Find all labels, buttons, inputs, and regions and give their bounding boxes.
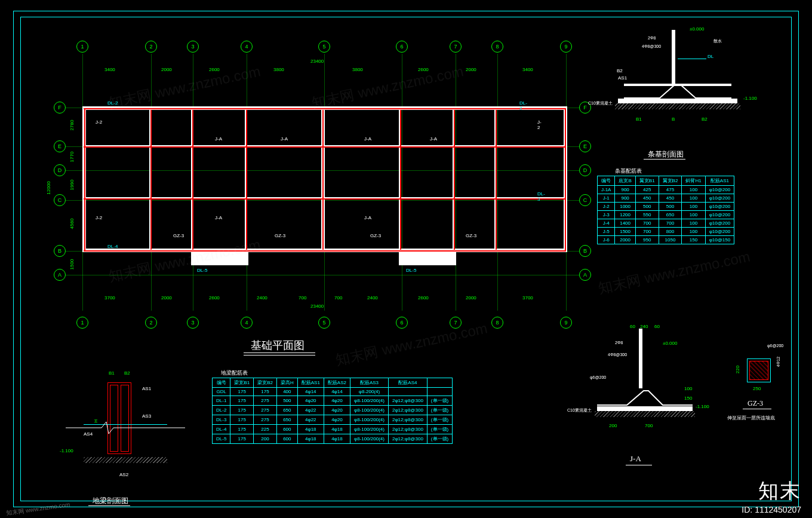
as1-label: AS1: [618, 75, 627, 81]
ja-200: 200: [609, 423, 617, 428]
grid-col-2-b: 2: [145, 317, 157, 329]
col-header: 翼宽B2: [659, 176, 682, 186]
ja-1: J-A: [215, 136, 222, 142]
ja-2: J-A: [281, 136, 288, 142]
j2-l: J-2: [96, 119, 102, 125]
gz-4phi12: 4Φ12: [776, 357, 780, 367]
grid-row-b-l: B: [54, 245, 66, 257]
col-header: 配筋AS2: [324, 378, 350, 388]
gz3-title: GZ-3: [748, 399, 763, 408]
dl4-label: DL-5: [197, 268, 207, 273]
ground-beam-section: B1 B2 AS1 AS3 AS4 AS2 -1.100 H: [48, 364, 203, 496]
ja-phi6: φ6@200: [590, 375, 606, 379]
table-row: J-1900450450100φ10@200: [598, 194, 734, 203]
as2-bm: AS2: [119, 472, 128, 477]
grid-col-1-b: 1: [76, 317, 88, 329]
col-header: 配筋AS1: [297, 378, 324, 388]
gz3-detail: φ6@200 4Φ12 250 220: [731, 347, 797, 418]
grid-col-6-b: 6: [396, 317, 408, 329]
grid-row-d-l: D: [54, 164, 66, 176]
dim-xb4: 2400: [257, 295, 267, 301]
dl1-label: DL-2: [107, 100, 118, 106]
ja-60r: 60: [654, 324, 660, 329]
dl-leader: DL: [708, 54, 713, 59]
col-header: 配筋AS4: [388, 378, 427, 388]
strip-sec-title: 条基剖面图: [648, 149, 684, 160]
dim-x7: 2000: [466, 67, 476, 72]
gz-250: 250: [753, 386, 761, 391]
dim-xb1: 3700: [104, 295, 115, 301]
ja-48: 4Φ8@300: [608, 353, 627, 357]
as1-bm: AS1: [142, 386, 151, 391]
gz3-note: 伸至屋面一层所连墙底: [727, 415, 775, 421]
ja-150: 150: [684, 396, 692, 401]
table-row: DL-31752756504φ224φ20φ8-100/200(4)2φ12;φ…: [213, 415, 453, 425]
dim-x2: 2000: [161, 67, 172, 72]
dl2-label: DL-3: [537, 191, 545, 202]
col-header: 梁宽B1: [230, 378, 254, 388]
dim-x4: 3800: [273, 67, 284, 72]
table-row: DL-41752256004φ184φ18φ8-100/200(4)2φ12;φ…: [213, 425, 453, 434]
strip-table-title: 条基配筋表: [615, 167, 642, 175]
grid-col-2: 2: [145, 41, 157, 53]
j2-l2: J-2: [96, 215, 102, 220]
dim-overall-x: 23400: [310, 59, 324, 64]
foundation-plan: [60,175,245,335,465,595,685,755,870] 1 2…: [36, 36, 513, 329]
grid-col-3: 3: [187, 41, 199, 53]
phi6: B2: [617, 68, 623, 73]
ja-100: 100: [684, 386, 692, 391]
col-header: [427, 378, 452, 388]
brand-name: 知末: [742, 477, 801, 505]
as4-bm: AS4: [84, 431, 93, 437]
beam-sec-title: 地梁剖面图: [93, 496, 128, 506]
ja-3: J-A: [364, 136, 371, 142]
j2-r: J-2: [537, 119, 542, 130]
dim-xb8: 2600: [418, 295, 429, 301]
grid-row-a-l: A: [54, 269, 66, 281]
grid-row-b-r: B: [579, 245, 591, 257]
grid-col-5: 5: [318, 41, 330, 53]
col-header: 斜臂H1: [682, 176, 705, 186]
table-row: J-31200550650100φ10@200: [598, 211, 734, 219]
ja-60l: 60: [630, 324, 635, 329]
grid-col-5-b: 5: [318, 317, 330, 329]
ground-beam-table: 编号梁宽B1梁宽B2梁高H配筋AS1配筋AS2配筋AS3配筋AS4GDL1751…: [212, 378, 453, 444]
table-row: GDL1751754004φ144φ14φ8-200(4): [213, 388, 453, 396]
grid-col-3-b: 3: [187, 317, 199, 329]
col-header: 梁高H: [276, 378, 297, 388]
elev-0: ±0.000: [690, 26, 704, 32]
strip-footing-section: DL AS1 B2 ±0.000 -1.100 C10素混凝土 B1 B B2 …: [588, 30, 767, 149]
dl1-label-r: DL-2: [519, 100, 527, 111]
grid-row-a-r: A: [579, 269, 591, 281]
dl3-label: DL-4: [107, 244, 118, 249]
ja-700: 700: [645, 423, 653, 428]
dim-x8: 3400: [522, 67, 533, 72]
col-header: 翼宽B1: [635, 176, 659, 186]
b1: B1: [636, 117, 642, 122]
gz3-p3: GZ-3: [370, 233, 381, 238]
brand-block: 知末 ID: 1112450207: [742, 477, 801, 514]
beam-table-title: 地梁配筋表: [221, 369, 248, 377]
grid-col-9-b: 9: [560, 317, 572, 329]
col-header: 梁宽B2: [254, 378, 277, 388]
c10: C10素混凝土: [588, 100, 613, 106]
elev-bm: -1.100: [60, 448, 73, 453]
grid-col-8-b: 8: [491, 317, 503, 329]
strip-footing-table: 编号底宽B翼宽B1翼宽B2斜臂H1配筋AS1J-1A900425475100φ1…: [597, 176, 734, 244]
as3-bm: AS3: [142, 413, 151, 419]
gz-phi6: φ6@200: [767, 344, 783, 348]
dim-xb3: 2600: [209, 295, 220, 301]
ja-title: J-A: [630, 454, 641, 464]
dim-x3: 2600: [209, 67, 220, 72]
grid-col-7-b: 7: [450, 317, 462, 329]
grid-col-6: 6: [396, 41, 408, 53]
ja-28: 2Φ8: [615, 341, 623, 345]
gz3-p4: GZ-3: [466, 233, 476, 238]
b: B: [672, 117, 675, 122]
table-row: DL-11752755004φ204φ20φ8-100/200(4)2φ12;φ…: [213, 396, 453, 406]
ja-4: J-A: [430, 136, 437, 142]
dim-y3: 1990: [69, 180, 75, 191]
table-row: J-51500700800100φ10@200: [598, 228, 734, 236]
ja-section: 60 240 60 2Φ8 4Φ8@300 φ6@200 C10素混凝土 ±0.…: [573, 329, 716, 466]
col-header: 底宽B: [615, 176, 635, 186]
